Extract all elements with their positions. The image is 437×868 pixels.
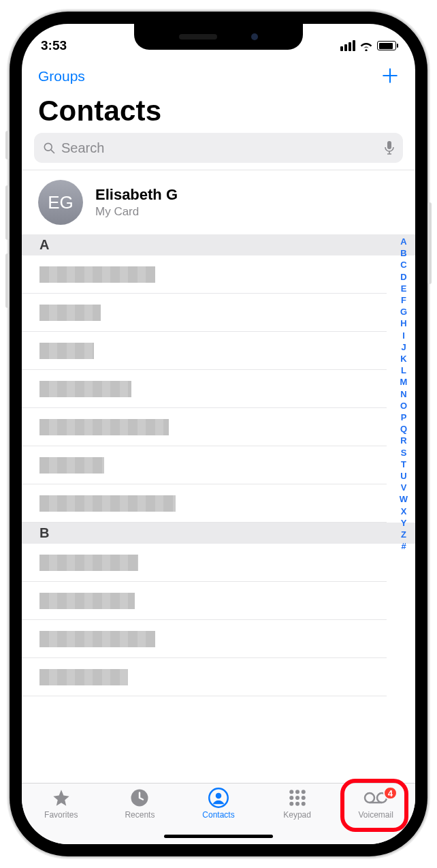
index-letter[interactable]: L <box>398 365 410 376</box>
mute-switch[interactable] <box>5 131 10 159</box>
volume-down-button[interactable] <box>5 253 10 308</box>
redacted-name <box>39 305 101 321</box>
my-card-text: Elisabeth G My Card <box>95 186 178 219</box>
favorites-icon <box>51 788 71 808</box>
index-letter[interactable]: W <box>398 493 410 505</box>
search-field[interactable] <box>34 133 403 163</box>
svg-point-16 <box>301 802 305 806</box>
svg-line-1 <box>51 150 54 153</box>
index-letter[interactable]: M <box>398 376 410 388</box>
index-letter[interactable]: C <box>398 259 410 270</box>
contact-row[interactable] <box>22 446 387 484</box>
status-indicators <box>340 40 396 51</box>
index-letter[interactable]: Z <box>398 529 410 540</box>
home-indicator[interactable] <box>164 835 273 838</box>
battery-icon <box>377 41 396 50</box>
plus-icon <box>381 67 399 84</box>
contact-row[interactable] <box>22 370 387 408</box>
svg-point-10 <box>301 790 305 794</box>
tab-label: Recents <box>125 810 155 820</box>
index-letter[interactable]: K <box>398 353 410 365</box>
tab-label: Keypad <box>283 810 311 820</box>
svg-point-7 <box>216 793 222 799</box>
index-letter[interactable]: Y <box>398 517 410 529</box>
index-letter[interactable]: N <box>398 388 410 400</box>
search-icon <box>42 141 56 155</box>
tab-voicemail[interactable]: Voicemail4 <box>336 788 415 844</box>
contacts-list[interactable]: ABABCDEFGHIJKLMNOPQRSTUVWXYZ# <box>22 234 415 783</box>
redacted-name <box>39 593 135 609</box>
contact-row[interactable] <box>22 484 387 523</box>
index-letter[interactable]: Q <box>398 423 410 435</box>
index-letter[interactable]: G <box>398 306 410 317</box>
search-input[interactable] <box>61 140 378 156</box>
index-letter[interactable]: J <box>398 341 410 353</box>
index-letter[interactable]: F <box>398 294 410 306</box>
contact-row[interactable] <box>22 620 387 658</box>
index-letter[interactable]: S <box>398 447 410 459</box>
dictation-icon[interactable] <box>384 140 395 155</box>
svg-point-11 <box>289 796 293 800</box>
page-title: Contacts <box>22 91 415 133</box>
redacted-name <box>39 631 155 647</box>
section-header: A <box>22 234 415 255</box>
index-letter[interactable]: A <box>398 236 410 247</box>
svg-rect-2 <box>387 141 391 149</box>
contact-row[interactable] <box>22 582 387 620</box>
groups-button[interactable]: Groups <box>38 68 85 84</box>
section-header: B <box>22 523 415 544</box>
contact-row[interactable] <box>22 544 387 582</box>
index-letter[interactable]: D <box>398 271 410 283</box>
avatar: EG <box>38 180 83 225</box>
contacts-icon <box>208 788 229 808</box>
keypad-icon <box>287 788 308 808</box>
index-letter[interactable]: P <box>398 412 410 423</box>
svg-point-12 <box>295 796 300 800</box>
index-letter[interactable]: R <box>398 435 410 446</box>
index-letter[interactable]: U <box>398 470 410 482</box>
index-letter[interactable]: E <box>398 283 410 294</box>
index-letter[interactable]: V <box>398 482 410 493</box>
cellular-icon <box>340 40 355 51</box>
redacted-name <box>39 419 169 435</box>
index-letter[interactable]: X <box>398 506 410 517</box>
contact-row[interactable] <box>22 294 387 332</box>
contact-row[interactable] <box>22 332 387 370</box>
status-time: 3:53 <box>41 38 67 53</box>
tab-label: Contacts <box>202 810 234 820</box>
index-letter[interactable]: T <box>398 459 410 470</box>
redacted-name <box>39 266 155 283</box>
section-index[interactable]: ABCDEFGHIJKLMNOPQRSTUVWXYZ# <box>398 234 410 783</box>
redacted-name <box>39 381 131 397</box>
contact-row[interactable] <box>22 255 387 294</box>
svg-point-17 <box>365 793 374 803</box>
redacted-name <box>39 495 176 512</box>
svg-point-9 <box>295 790 300 794</box>
add-contact-button[interactable] <box>381 65 399 88</box>
side-button[interactable] <box>427 202 432 284</box>
contact-row[interactable] <box>22 408 387 446</box>
redacted-name <box>39 457 104 474</box>
nav-bar: Groups <box>22 58 415 91</box>
device-frame: 3:53 Groups Contacts EG Elisabeth G <box>10 12 427 856</box>
svg-point-14 <box>289 802 293 806</box>
index-letter[interactable]: # <box>398 540 410 552</box>
index-letter[interactable]: B <box>398 247 410 259</box>
svg-point-8 <box>289 790 293 794</box>
wifi-icon <box>359 41 373 51</box>
tab-favorites[interactable]: Favorites <box>22 788 101 844</box>
volume-up-button[interactable] <box>5 185 10 240</box>
contact-row[interactable] <box>22 658 387 696</box>
index-letter[interactable]: O <box>398 400 410 412</box>
svg-point-15 <box>295 802 300 806</box>
voicemail-badge: 4 <box>383 786 398 800</box>
redacted-name <box>39 669 128 685</box>
my-card-name: Elisabeth G <box>95 186 178 204</box>
redacted-name <box>39 343 94 359</box>
my-card-subtitle: My Card <box>95 205 178 219</box>
index-letter[interactable]: H <box>398 317 410 329</box>
tab-label: Favorites <box>44 810 78 820</box>
index-letter[interactable]: I <box>398 330 410 341</box>
tab-label: Voicemail <box>358 810 393 820</box>
my-card-row[interactable]: EG Elisabeth G My Card <box>22 170 415 234</box>
